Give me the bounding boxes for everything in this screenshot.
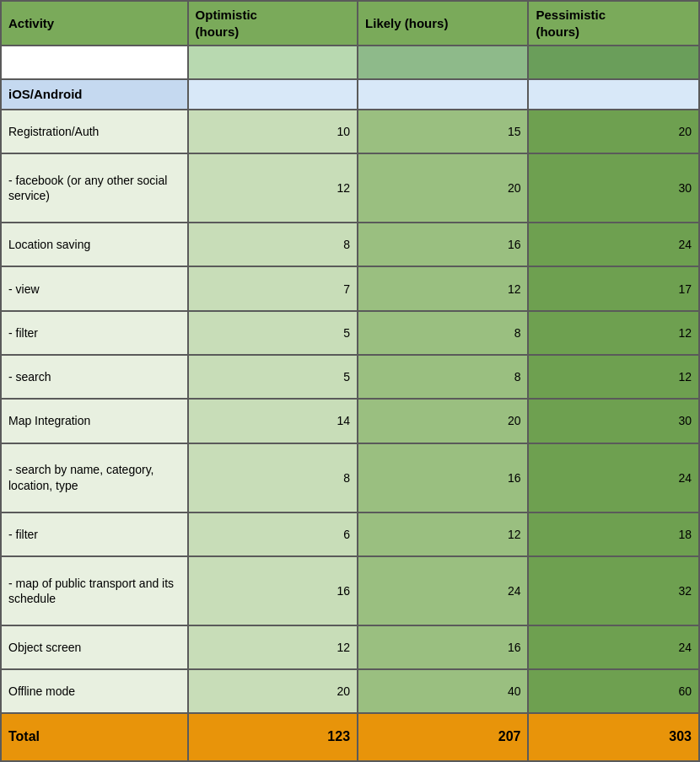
optimistic-cell: 10 [188,110,358,153]
optimistic-cell: 6 [188,512,358,556]
pessimistic-cell: 20 [528,110,699,153]
optimistic-cell: 12 [188,625,358,669]
likely-cell: 40 [358,669,528,713]
header-activity: Activity [1,1,188,46]
optimistic-cell: 16 [188,556,358,625]
activity-cell: - filter [1,311,188,355]
table-row: - search 5 8 12 [1,355,699,399]
table-row: Registration/Auth 10 15 20 [1,110,699,153]
activity-cell: Registration/Auth [1,110,188,153]
activity-cell: Map Integration [1,399,188,443]
optimistic-cell: 20 [188,669,358,713]
pessimistic-cell: 30 [528,153,699,223]
likely-cell: 20 [358,153,528,223]
pessimistic-cell: 60 [528,669,699,713]
pessimistic-cell: 32 [528,556,699,625]
table-row: Location saving 8 16 24 [1,223,699,266]
optimistic-cell: 5 [188,311,358,355]
optimistic-cell: 14 [188,399,358,443]
likely-cell: 8 [358,311,528,355]
section-label: iOS/Android [1,79,188,110]
likely-cell: 16 [358,223,528,266]
table-row: - filter 6 12 18 [1,512,699,556]
pessimistic-cell: 30 [528,399,699,443]
activity-cell: - map of public transport and its schedu… [1,556,188,625]
estimation-table: Activity Optimistic(hours) Likely (hours… [0,0,700,762]
likely-cell: 12 [358,266,528,310]
pessimistic-cell: 24 [528,625,699,669]
empty-cell-4 [528,46,699,79]
activity-cell: Location saving [1,223,188,266]
section-cell-4 [528,79,699,110]
table-row: - filter 5 8 12 [1,311,699,355]
table-row: Offline mode 20 40 60 [1,669,699,713]
empty-cell-1 [1,46,188,79]
likely-cell: 24 [358,556,528,625]
likely-cell: 8 [358,355,528,399]
pessimistic-cell: 24 [528,223,699,266]
activity-cell: - facebook (or any other social service) [1,153,188,223]
pessimistic-cell: 24 [528,443,699,512]
activity-cell: Object screen [1,625,188,669]
total-likely: 207 [358,713,528,761]
section-cell-3 [358,79,528,110]
likely-cell: 12 [358,512,528,556]
pessimistic-cell: 12 [528,355,699,399]
empty-cell-2 [188,46,358,79]
activity-cell: - search by name, category, location, ty… [1,443,188,512]
activity-cell: - filter [1,512,188,556]
likely-cell: 16 [358,625,528,669]
header-likely: Likely (hours) [358,1,528,46]
total-row: Total 123 207 303 [1,713,699,761]
total-pessimistic: 303 [528,713,699,761]
table-row: - map of public transport and its schedu… [1,556,699,625]
likely-cell: 20 [358,399,528,443]
total-optimistic: 123 [188,713,358,761]
total-label: Total [1,713,188,761]
optimistic-cell: 5 [188,355,358,399]
header-row: Activity Optimistic(hours) Likely (hours… [1,1,699,46]
activity-cell: Offline mode [1,669,188,713]
likely-cell: 16 [358,443,528,512]
activity-cell: - view [1,266,188,310]
table-row: Object screen 12 16 24 [1,625,699,669]
table-row: - search by name, category, location, ty… [1,443,699,512]
pessimistic-cell: 18 [528,512,699,556]
header-pessimistic: Pessimistic(hours) [528,1,699,46]
optimistic-cell: 12 [188,153,358,223]
section-row-ios-android: iOS/Android [1,79,699,110]
activity-cell: - search [1,355,188,399]
table-row: - facebook (or any other social service)… [1,153,699,223]
optimistic-cell: 8 [188,223,358,266]
table-row: - view 7 12 17 [1,266,699,310]
optimistic-cell: 8 [188,443,358,512]
table-row: Map Integration 14 20 30 [1,399,699,443]
header-optimistic: Optimistic(hours) [188,1,358,46]
likely-cell: 15 [358,110,528,153]
section-cell-2 [188,79,358,110]
optimistic-cell: 7 [188,266,358,310]
empty-row [1,46,699,79]
pessimistic-cell: 17 [528,266,699,310]
empty-cell-3 [358,46,528,79]
pessimistic-cell: 12 [528,311,699,355]
